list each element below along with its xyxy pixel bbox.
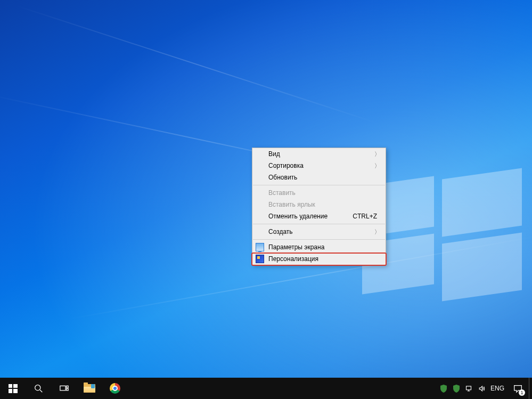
- wallpaper-streak: [14, 5, 379, 124]
- windows-logo-backdrop: [362, 181, 522, 298]
- start-button[interactable]: [0, 378, 26, 399]
- menu-item-label: Персонализация: [268, 255, 318, 263]
- context-menu-item-sort[interactable]: Сортировка 〉: [252, 160, 386, 172]
- menu-item-label: Сортировка: [268, 162, 304, 169]
- context-menu-item-display-settings[interactable]: Параметры экрана: [252, 241, 386, 253]
- context-menu-item-undo-delete[interactable]: Отменить удаление CTRL+Z: [252, 210, 386, 222]
- menu-item-label: Вставить ярлык: [268, 201, 315, 208]
- menu-item-label: Отменить удаление: [268, 213, 328, 220]
- chevron-right-icon: 〉: [374, 228, 380, 236]
- context-menu-item-paste: Вставить: [252, 187, 386, 199]
- show-desktop-button[interactable]: [529, 378, 532, 399]
- menu-separator: [253, 239, 385, 240]
- task-view-button[interactable]: [51, 378, 77, 399]
- network-icon[interactable]: [463, 378, 476, 399]
- action-center-button[interactable]: 1: [506, 378, 529, 399]
- task-view-icon: [60, 384, 69, 393]
- search-icon: [34, 384, 43, 393]
- svg-rect-3: [66, 388, 68, 390]
- file-explorer-button[interactable]: [77, 378, 102, 399]
- taskbar-right: ENG 1: [437, 378, 532, 399]
- menu-item-label: Вид: [268, 150, 280, 158]
- windows-start-icon: [9, 384, 18, 393]
- context-menu-item-paste-shortcut: Вставить ярлык: [252, 199, 386, 210]
- chevron-right-icon: 〉: [374, 162, 380, 170]
- menu-separator: [253, 224, 385, 224]
- personalize-icon: [256, 255, 264, 263]
- menu-item-shortcut: CTRL+Z: [353, 213, 377, 220]
- search-button[interactable]: [26, 378, 51, 399]
- svg-point-0: [35, 385, 40, 390]
- chevron-right-icon: 〉: [374, 150, 380, 158]
- context-menu-item-view[interactable]: Вид 〉: [252, 148, 386, 160]
- context-menu-item-personalize[interactable]: Персонализация: [252, 253, 386, 265]
- chrome-icon: [110, 383, 120, 394]
- context-menu-item-new[interactable]: Создать 〉: [252, 226, 386, 238]
- language-indicator[interactable]: ENG: [488, 378, 506, 399]
- language-label: ENG: [490, 385, 504, 392]
- menu-item-label: Параметры экрана: [268, 243, 324, 251]
- desktop-context-menu: Вид 〉 Сортировка 〉 Обновить Вставить Вст…: [252, 148, 386, 265]
- notification-badge: 1: [519, 389, 525, 396]
- menu-item-label: Вставить: [268, 189, 296, 197]
- taskbar: ENG 1: [0, 378, 532, 399]
- security-shield-icon-2[interactable]: [450, 378, 463, 399]
- display-icon: [256, 243, 264, 251]
- context-menu-item-refresh[interactable]: Обновить: [252, 172, 386, 183]
- svg-rect-1: [60, 386, 65, 390]
- folder-icon: [84, 384, 95, 393]
- menu-separator: [253, 185, 385, 185]
- svg-rect-4: [466, 386, 471, 390]
- menu-item-label: Обновить: [268, 174, 297, 181]
- chrome-button[interactable]: [102, 378, 128, 399]
- svg-rect-2: [66, 386, 68, 387]
- security-shield-icon-1[interactable]: [437, 378, 450, 399]
- taskbar-left: [0, 378, 128, 399]
- menu-item-label: Создать: [268, 228, 293, 235]
- volume-icon[interactable]: [476, 378, 488, 399]
